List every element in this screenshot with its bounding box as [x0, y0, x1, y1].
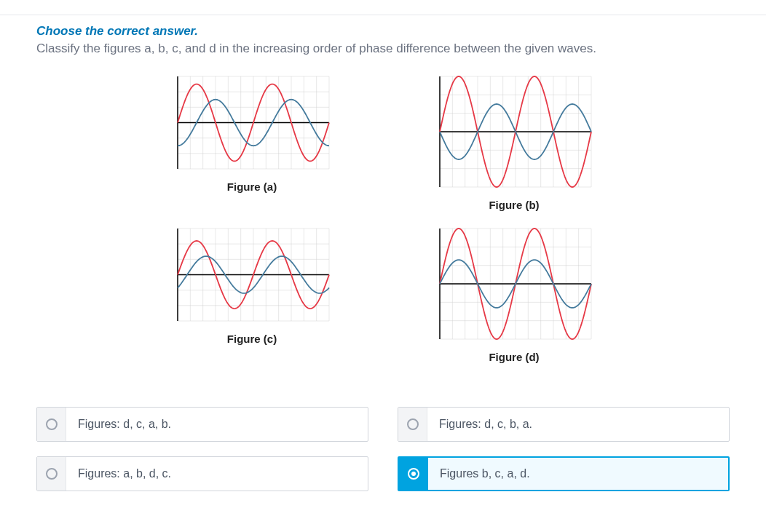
radio-box [37, 408, 66, 441]
option-4[interactable]: Figures b, c, a, d. [398, 456, 730, 491]
figure-a-chart [172, 74, 332, 172]
option-3[interactable]: Figures: a, b, d, c. [36, 456, 368, 491]
figure-c-chart [172, 226, 332, 324]
figure-d-chart [434, 226, 594, 342]
question-text: Classify the figures a, b, c, and d in t… [36, 41, 730, 56]
radio-box [398, 408, 427, 441]
radio-icon [46, 468, 58, 480]
figure-d-caption: Figure (d) [434, 351, 594, 363]
radio-icon [407, 418, 419, 430]
option-1[interactable]: Figures: d, c, a, b. [36, 407, 368, 442]
figure-b-caption: Figure (b) [434, 199, 594, 211]
option-label: Figures: a, b, d, c. [66, 457, 368, 491]
radio-box [399, 458, 428, 490]
figure-c-cell: Figure (c) [172, 226, 332, 363]
radio-icon [408, 468, 419, 480]
option-label: Figures: d, c, a, b. [66, 408, 368, 441]
radio-box [37, 457, 66, 491]
figure-c-caption: Figure (c) [172, 333, 332, 345]
figures-grid: Figure (a) Figure (b) Figure (c) Figure … [128, 74, 638, 363]
figure-a-cell: Figure (a) [172, 74, 332, 211]
figure-b-chart [434, 74, 594, 190]
instruction-text: Choose the correct answer. [36, 24, 730, 39]
option-2[interactable]: Figures: d, c, b, a. [398, 407, 730, 442]
radio-icon [46, 418, 58, 430]
figure-d-cell: Figure (d) [434, 226, 594, 363]
figure-a-caption: Figure (a) [172, 180, 332, 193]
figure-b-cell: Figure (b) [434, 74, 594, 211]
top-divider [0, 15, 766, 15]
option-label: Figures: d, c, b, a. [427, 408, 729, 441]
option-label: Figures b, c, a, d. [428, 458, 728, 490]
options-grid: Figures: d, c, a, b. Figures: d, c, b, a… [36, 407, 730, 491]
